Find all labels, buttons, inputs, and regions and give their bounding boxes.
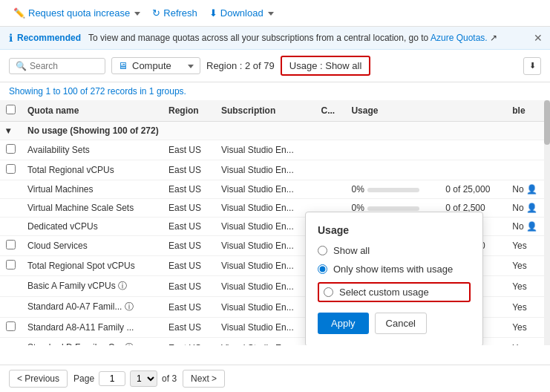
search-input[interactable] [30, 61, 104, 71]
info-message: To view and manage quotas across all you… [88, 33, 497, 43]
records-info: Showing 1 to 100 of 272 records in 1 gro… [0, 82, 550, 100]
c-cell [315, 140, 345, 160]
usage-show-all-button[interactable]: Usage : Show all [281, 56, 371, 76]
subscription-cell: Visual Studio En... [215, 160, 315, 180]
subscription-cell: Visual Studio En... [215, 140, 315, 160]
request-chevron-icon [134, 7, 140, 19]
quota-name-cell: Total Regional Spot vCPUs [22, 256, 163, 276]
custom-usage-option[interactable]: Select custom usage [318, 282, 471, 302]
azure-quotas-link[interactable]: Azure Quotas. [430, 33, 488, 43]
usage-pct-cell: 0% [345, 180, 439, 199]
region-cell: East US [163, 256, 215, 276]
region-cell: East US [163, 160, 215, 180]
region-cell: East US [163, 276, 215, 297]
download-chevron-icon [268, 7, 274, 19]
row-checkbox-cell [0, 338, 22, 346]
compute-dropdown[interactable]: 🖥 Compute [111, 57, 200, 74]
group-label: No usage (Showing 100 of 272) [22, 122, 550, 140]
page-dropdown[interactable]: 1 2 3 [130, 370, 157, 387]
c-cell [315, 160, 345, 180]
subscription-cell: Visual Studio En... [215, 218, 315, 236]
custom-usage-radio[interactable] [324, 287, 333, 297]
subscription-cell: Visual Studio En... [215, 338, 315, 346]
region-cell: East US [163, 318, 215, 338]
request-quota-button[interactable]: ✏️ Request quota increase [9, 4, 145, 22]
row-checkbox-cell [0, 276, 22, 297]
next-button[interactable]: Next > [183, 370, 225, 388]
show-all-radio[interactable] [318, 246, 327, 255]
quota-name-cell: Dedicated vCPUs [22, 218, 163, 236]
column-filter-icon: ⬇ [529, 61, 536, 71]
row-checkbox[interactable] [6, 240, 16, 249]
region-cell: East US [163, 297, 215, 318]
region-cell: East US [163, 140, 215, 160]
apply-button[interactable]: Apply [318, 313, 369, 334]
row-checkbox-cell[interactable] [0, 236, 22, 256]
scrollbar[interactable] [544, 100, 550, 345]
quota-name-cell: Virtual Machine Scale Sets [22, 199, 163, 218]
region-cell: East US [163, 199, 215, 218]
show-all-label: Show all [333, 245, 370, 256]
row-checkbox[interactable] [6, 260, 16, 270]
table-row: Virtual Machines East US Visual Studio E… [0, 180, 550, 199]
scroll-thumb[interactable] [544, 100, 550, 145]
info-bar-close-button[interactable]: ✕ [534, 32, 543, 44]
request-quota-label: Request quota increase [28, 7, 130, 19]
recommended-label: Recommended [17, 33, 81, 43]
usage-val-cell: 0 of 25,000 [439, 180, 506, 199]
page-info: Page 1 2 3 of 3 [73, 370, 177, 387]
usage-val-cell [439, 160, 506, 180]
table-header-row: Quota name Region Subscription C... Usag… [0, 100, 550, 122]
region-label: Region : 2 of 79 [206, 60, 275, 71]
subscription-cell: Visual Studio En... [215, 297, 315, 318]
row-checkbox[interactable] [6, 164, 16, 174]
panel-buttons: Apply Cancel [318, 313, 471, 334]
quota-name-cell: Basic A Family vCPUs ⓘ [22, 276, 163, 297]
group-expand-icon[interactable]: ▾ [0, 122, 22, 140]
footer: < Previous Page 1 2 3 of 3 Next > [0, 365, 550, 392]
refresh-button[interactable]: ↻ Refresh [148, 4, 202, 22]
custom-usage-label: Select custom usage [339, 287, 429, 298]
subscription-cell: Visual Studio En... [215, 256, 315, 276]
quota-name-cell: Standard A0-A7 Famil... ⓘ [22, 297, 163, 318]
subscription-cell: Visual Studio En... [215, 318, 315, 338]
only-show-radio[interactable] [318, 264, 327, 274]
column-filter[interactable]: ⬇ [523, 57, 541, 75]
region-cell: East US [163, 218, 215, 236]
group-header-row: ▾ No usage (Showing 100 of 272) [0, 122, 550, 140]
download-button[interactable]: ⬇ Download [205, 4, 278, 22]
quota-name-cell: Availability Sets [22, 140, 163, 160]
row-checkbox-cell[interactable] [0, 256, 22, 276]
row-checkbox[interactable] [6, 144, 16, 154]
showing-label: Showing 1 to 100 of 272 records in 1 gro… [9, 86, 186, 97]
row-checkbox[interactable] [6, 321, 16, 331]
table-row: Availability Sets East US Visual Studio … [0, 140, 550, 160]
info-bar: ℹ Recommended To view and manage quotas … [0, 27, 550, 50]
quota-name-cell: Standard D Family vC... ⓘ [22, 338, 163, 346]
row-checkbox-cell [0, 180, 22, 199]
show-all-option[interactable]: Show all [318, 245, 471, 256]
page-number-input[interactable] [99, 371, 125, 386]
page-label: Page [73, 373, 94, 384]
filter-bar: 🔍 🖥 Compute Region : 2 of 79 Usage : Sho… [0, 50, 550, 82]
usage-val-cell [439, 140, 506, 160]
row-checkbox-cell[interactable] [0, 140, 22, 160]
row-checkbox-cell [0, 297, 22, 318]
subscription-cell: Visual Studio En... [215, 180, 315, 199]
row-checkbox-cell[interactable] [0, 318, 22, 338]
download-label: Download [220, 7, 263, 19]
only-show-option[interactable]: Only show items with usage [318, 264, 471, 275]
region-cell: East US [163, 338, 215, 346]
row-checkbox-cell[interactable] [0, 160, 22, 180]
select-all-header[interactable] [0, 100, 22, 122]
monitor-icon: 🖥 [118, 60, 128, 71]
download-icon: ⬇ [209, 7, 217, 19]
compute-label: Compute [132, 60, 171, 71]
region-cell: East US [163, 180, 215, 199]
quota-name-cell: Cloud Services [22, 236, 163, 256]
previous-button[interactable]: < Previous [9, 370, 68, 388]
search-box: 🔍 [9, 58, 105, 74]
cancel-button[interactable]: Cancel [375, 313, 427, 334]
col-quota-name: Quota name [22, 100, 163, 122]
select-all-checkbox[interactable] [6, 105, 16, 114]
